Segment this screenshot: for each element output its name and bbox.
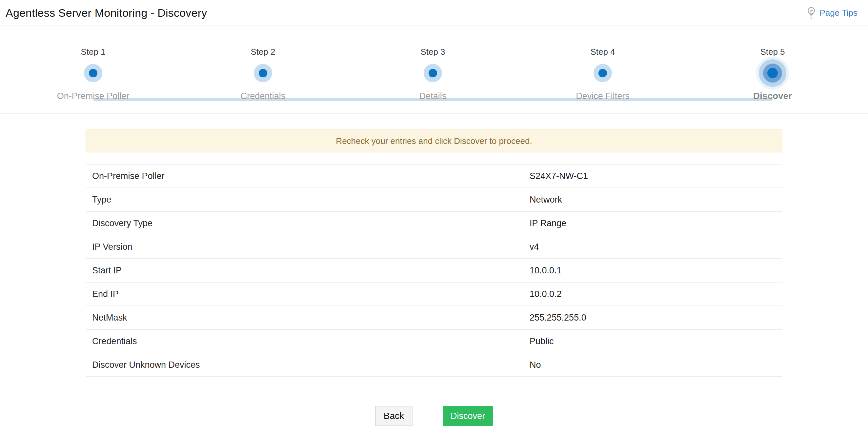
page-tips-link[interactable]: Page Tips [806, 6, 858, 19]
table-row: Type Network [86, 188, 782, 212]
row-value: Public [530, 336, 554, 346]
recheck-notice-text: Recheck your entries and click Discover … [336, 136, 532, 146]
lightbulb-icon [806, 6, 816, 19]
step-dot [84, 64, 102, 82]
step-number-label: Step 1 [81, 47, 105, 57]
table-row: Discovery Type IP Range [86, 212, 782, 235]
row-label: Credentials [86, 336, 530, 346]
discovery-summary-panel: Recheck your entries and click Discover … [86, 130, 782, 426]
row-label: On-Premise Poller [86, 171, 530, 181]
step-dot [593, 64, 612, 82]
wizard-stepper: Step 1 On-Premise Poller Step 2 Credenti… [0, 26, 868, 114]
step-number-label: Step 4 [590, 47, 615, 57]
table-row: Start IP 10.0.0.1 [86, 259, 782, 282]
discover-button[interactable]: Discover [443, 406, 493, 426]
row-value: Network [530, 195, 562, 205]
step-4-device-filters: Step 4 Device Filters [518, 26, 688, 101]
page-title: Agentless Server Monitoring - Discovery [6, 6, 207, 19]
table-row: End IP 10.0.0.2 [86, 282, 782, 306]
row-label: NetMask [86, 313, 530, 323]
step-5-discover-active: Step 5 Discover [688, 26, 858, 101]
table-row: On-Premise Poller S24X7-NW-C1 [86, 165, 782, 188]
recheck-notice-banner: Recheck your entries and click Discover … [86, 130, 782, 153]
row-value: v4 [530, 242, 539, 252]
step-1-on-premise-poller: Step 1 On-Premise Poller [8, 26, 178, 101]
row-value: 10.0.0.2 [530, 289, 562, 299]
row-label: Type [86, 195, 530, 205]
row-label: IP Version [86, 242, 530, 252]
step-name-label: Device Filters [576, 91, 630, 101]
step-dot-active [764, 64, 782, 82]
step-number-label: Step 2 [251, 47, 275, 57]
page-tips-label: Page Tips [819, 8, 858, 18]
table-row: Credentials Public [86, 330, 782, 353]
step-dot [424, 64, 442, 82]
table-row: IP Version v4 [86, 235, 782, 259]
discovery-summary-table: On-Premise Poller S24X7-NW-C1 Type Netwo… [86, 164, 782, 377]
table-row: NetMask 255.255.255.0 [86, 306, 782, 330]
back-button[interactable]: Back [375, 406, 412, 426]
table-row: Discover Unknown Devices No [86, 353, 782, 377]
row-value: No [530, 360, 541, 370]
page-header: Agentless Server Monitoring - Discovery … [0, 0, 868, 26]
step-number-label: Step 5 [760, 47, 785, 57]
step-name-label: On-Premise Poller [57, 91, 129, 101]
row-value: IP Range [530, 218, 566, 229]
step-number-label: Step 3 [421, 47, 445, 57]
step-2-credentials: Step 2 Credentials [178, 26, 348, 101]
step-dot [254, 64, 272, 82]
row-label: Discover Unknown Devices [86, 360, 530, 370]
row-value: 255.255.255.0 [530, 313, 586, 323]
step-name-label: Discover [753, 91, 792, 101]
row-label: Discovery Type [86, 218, 530, 229]
row-value: S24X7-NW-C1 [530, 171, 588, 181]
wizard-actions: Back Discover [86, 406, 782, 426]
step-name-label: Details [420, 91, 446, 101]
step-3-details: Step 3 Details [348, 26, 518, 101]
row-value: 10.0.0.1 [530, 266, 562, 276]
row-label: Start IP [86, 266, 530, 276]
row-label: End IP [86, 289, 530, 299]
step-name-label: Credentials [241, 91, 286, 101]
